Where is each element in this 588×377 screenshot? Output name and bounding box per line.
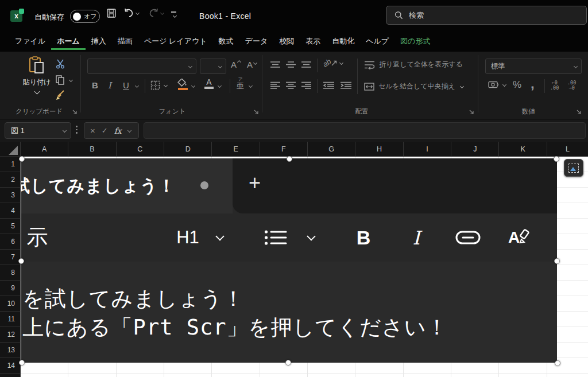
alignment-dialog-launcher-icon[interactable] bbox=[468, 108, 475, 115]
top-align-button[interactable] bbox=[270, 61, 281, 68]
orientation-button[interactable]: ab bbox=[323, 59, 343, 67]
row-header-8[interactable]: 8 bbox=[0, 265, 20, 281]
row-header-6[interactable]: 6 bbox=[0, 234, 20, 250]
column-header-i[interactable]: I bbox=[404, 142, 451, 156]
enter-icon[interactable]: ✓ bbox=[102, 126, 108, 135]
clipboard-dialog-launcher-icon[interactable] bbox=[71, 108, 78, 115]
formula-bar-grip[interactable] bbox=[76, 126, 78, 134]
font-name-combo[interactable] bbox=[87, 59, 196, 74]
undo-menu-chevron-icon[interactable] bbox=[136, 11, 140, 15]
number-dialog-launcher-icon[interactable] bbox=[575, 108, 582, 115]
row-header-13[interactable]: 13 bbox=[0, 343, 20, 358]
decrease-indent-button[interactable] bbox=[323, 81, 335, 89]
tab-picture-format[interactable]: 図の形式 bbox=[394, 32, 436, 50]
column-header-e[interactable]: E bbox=[212, 142, 260, 156]
fx-chevron-icon[interactable] bbox=[127, 129, 131, 133]
number-format-combo[interactable]: 標準 bbox=[485, 59, 582, 74]
increase-decimal-button[interactable]: ←0 .00 bbox=[550, 80, 559, 91]
tab-page-layout[interactable]: ページ レイアウト bbox=[138, 32, 213, 50]
column-header-k[interactable]: K bbox=[499, 142, 547, 156]
align-left-button[interactable] bbox=[270, 81, 281, 89]
save-button[interactable] bbox=[106, 8, 117, 18]
tab-home[interactable]: ホーム bbox=[51, 32, 86, 50]
bold-button[interactable]: B bbox=[92, 80, 98, 90]
column-header-a[interactable]: A bbox=[21, 142, 68, 156]
row-header-11[interactable]: 11 bbox=[0, 312, 20, 327]
decrease-decimal-button[interactable]: .00 →0 bbox=[567, 80, 576, 91]
shrink-font-button[interactable]: A bbox=[247, 60, 257, 69]
merge-chevron-icon[interactable] bbox=[460, 84, 464, 88]
font-size-combo[interactable] bbox=[200, 59, 226, 74]
selection-handle-right-middle[interactable] bbox=[554, 258, 560, 264]
redo-button-disabled[interactable] bbox=[148, 8, 164, 18]
column-header-f[interactable]: F bbox=[260, 142, 308, 156]
row-header-7[interactable]: 7 bbox=[0, 250, 20, 265]
font-color-chevron-icon[interactable] bbox=[218, 84, 222, 88]
tab-review[interactable]: 校閲 bbox=[273, 32, 300, 50]
row-header-2[interactable]: 2 bbox=[0, 172, 20, 188]
column-header-g[interactable]: G bbox=[308, 142, 355, 156]
format-painter-button[interactable] bbox=[55, 90, 67, 101]
accounting-chevron-icon[interactable] bbox=[502, 83, 506, 87]
font-dialog-launcher-icon[interactable] bbox=[253, 108, 260, 115]
tab-data[interactable]: データ bbox=[239, 32, 274, 50]
middle-align-button[interactable] bbox=[285, 61, 296, 68]
column-header-l[interactable]: L bbox=[547, 142, 588, 156]
column-header-j[interactable]: J bbox=[451, 142, 499, 156]
fill-color-chevron-icon[interactable] bbox=[191, 84, 195, 88]
row-header-1[interactable]: 1 bbox=[0, 157, 20, 172]
row-header-4[interactable]: 4 bbox=[0, 203, 20, 219]
align-right-button[interactable] bbox=[301, 81, 312, 89]
tab-formulas[interactable]: 数式 bbox=[213, 32, 239, 50]
copy-button[interactable] bbox=[55, 75, 72, 85]
copy-chevron-icon[interactable] bbox=[69, 77, 73, 81]
font-color-button[interactable]: A bbox=[204, 79, 214, 89]
select-all-corner[interactable] bbox=[0, 142, 21, 157]
selection-handle-top-left[interactable] bbox=[19, 156, 25, 162]
increase-indent-button[interactable] bbox=[340, 81, 352, 89]
cancel-icon[interactable]: × bbox=[90, 126, 95, 135]
tab-automate[interactable]: 自動化 bbox=[326, 32, 360, 50]
customize-quick-access-button[interactable] bbox=[171, 11, 176, 17]
grow-font-button[interactable]: A bbox=[231, 60, 241, 69]
selection-handle-top-middle[interactable] bbox=[287, 156, 292, 162]
column-header-c[interactable]: C bbox=[117, 142, 164, 156]
underline-button[interactable]: U bbox=[123, 80, 129, 90]
selection-handle-bottom-middle[interactable] bbox=[285, 360, 291, 366]
wrap-text-button[interactable]: 折り返して全体を表示する bbox=[364, 60, 463, 69]
search-box[interactable]: 検索 bbox=[386, 6, 587, 25]
tab-help[interactable]: ヘルプ bbox=[360, 32, 394, 50]
paste-chevron-icon[interactable] bbox=[34, 89, 40, 95]
underline-chevron-icon[interactable] bbox=[135, 84, 139, 88]
autosave-toggle[interactable]: オフ bbox=[70, 10, 100, 23]
column-header-d[interactable]: D bbox=[164, 142, 212, 156]
comma-style-button[interactable]: , bbox=[531, 76, 535, 92]
selection-handle-bottom-right[interactable] bbox=[555, 360, 560, 366]
formula-input[interactable] bbox=[144, 122, 586, 139]
cut-button[interactable] bbox=[55, 59, 65, 69]
tab-insert[interactable]: 挿入 bbox=[86, 32, 112, 50]
bottom-align-button[interactable] bbox=[301, 61, 312, 68]
tab-draw[interactable]: 描画 bbox=[112, 32, 138, 50]
selection-handle-bottom-left[interactable] bbox=[19, 360, 25, 366]
column-header-b[interactable]: B bbox=[68, 142, 116, 156]
borders-chevron-icon[interactable] bbox=[164, 83, 168, 87]
row-header-14[interactable]: 14 bbox=[0, 358, 20, 374]
picture-layout-options-button[interactable] bbox=[564, 159, 583, 177]
italic-button[interactable]: I bbox=[108, 80, 111, 91]
excel-app-icon[interactable]: x bbox=[10, 10, 22, 22]
orientation-chevron-icon[interactable] bbox=[339, 61, 343, 65]
phonetic-button[interactable]: ア 亜 bbox=[237, 77, 244, 90]
row-header-3[interactable]: 3 bbox=[0, 188, 20, 203]
borders-button[interactable] bbox=[150, 80, 167, 90]
selection-handle-left-middle[interactable] bbox=[18, 258, 24, 264]
align-center-button[interactable] bbox=[285, 81, 296, 89]
row-header-9[interactable]: 9 bbox=[0, 281, 20, 296]
row-header-10[interactable]: 10 bbox=[0, 296, 20, 312]
merge-center-button[interactable]: セルを結合して中央揃え bbox=[364, 81, 463, 91]
pasted-screenshot-image[interactable]: 試してみましょう！ + 示 H1 B I A bbox=[21, 158, 557, 363]
tab-view[interactable]: 表示 bbox=[300, 32, 326, 50]
accounting-format-button[interactable] bbox=[488, 80, 506, 89]
undo-button[interactable] bbox=[123, 8, 139, 18]
percent-style-button[interactable]: % bbox=[513, 79, 521, 91]
